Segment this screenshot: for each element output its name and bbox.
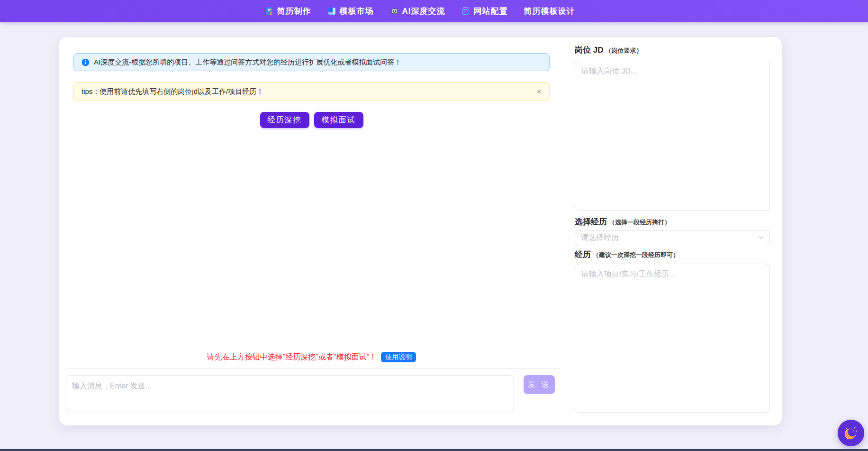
- chat-divider: [65, 368, 560, 369]
- robot-icon: [390, 7, 399, 16]
- info-icon: [81, 58, 90, 66]
- chevron-down-icon: [758, 235, 764, 240]
- moon-icon: [838, 420, 864, 446]
- top-navbar: 简历制作 模板市场 AI深度交流 网站配置 简历模板设计: [0, 0, 868, 22]
- resume-icon: [265, 7, 274, 16]
- nav-item-label: AI深度交流: [402, 6, 445, 17]
- select-experience-title: 选择经历: [575, 216, 607, 227]
- hint-text: 请先在上方按钮中选择"经历深挖"或者"模拟面试"！: [207, 352, 377, 362]
- experience-select-placeholder: 请选择经历: [581, 233, 619, 243]
- nav-item-ai-chat[interactable]: AI深度交流: [390, 6, 445, 17]
- nav-items: 简历制作 模板市场 AI深度交流 网站配置 简历模板设计: [265, 6, 575, 17]
- jd-subtitle: （岗位要求）: [605, 46, 642, 55]
- main-card: AI深度交流-根据您所填的项目、工作等通过问答方式对您的经历进行扩展优化或者模拟…: [59, 37, 782, 425]
- nav-item-label: 简历制作: [277, 6, 311, 17]
- dark-mode-toggle-button[interactable]: [838, 420, 864, 446]
- jd-label: 岗位 JD （岗位要求）: [575, 45, 642, 55]
- send-button[interactable]: 发 送: [524, 375, 555, 394]
- jd-input[interactable]: [575, 61, 770, 211]
- nav-item-resume-builder[interactable]: 简历制作: [265, 6, 311, 17]
- experience-label: 经历 （建议一次深挖一段经历即可）: [575, 249, 679, 260]
- experience-subtitle: （建议一次深挖一段经历即可）: [593, 251, 679, 259]
- message-input[interactable]: [65, 375, 514, 412]
- deep-dig-button[interactable]: 经历深挖: [260, 112, 309, 128]
- nav-item-label: 网站配置: [474, 6, 508, 17]
- bottom-edge-strip: [0, 449, 868, 451]
- info-banner-text: AI深度交流-根据您所填的项目、工作等通过问答方式对您的经历进行扩展优化或者模拟…: [94, 58, 401, 67]
- nav-item-label: 简历模板设计: [524, 6, 575, 17]
- tips-banner-text: tips：使用前请优先填写右侧的岗位jd以及工作/项目经历！: [81, 87, 263, 96]
- close-icon[interactable]: ×: [536, 87, 542, 96]
- usage-guide-button[interactable]: 使用说明: [381, 352, 416, 362]
- nav-item-template-market[interactable]: 模板市场: [327, 6, 374, 17]
- experience-select[interactable]: 请选择经历: [575, 230, 770, 245]
- template-icon: [327, 7, 336, 16]
- mock-interview-button[interactable]: 模拟面试: [314, 112, 363, 128]
- action-button-row: 经历深挖 模拟面试: [73, 112, 550, 128]
- tips-banner: tips：使用前请优先填写右侧的岗位jd以及工作/项目经历！ ×: [73, 82, 550, 101]
- nav-item-label: 模板市场: [340, 6, 374, 17]
- info-banner: AI深度交流-根据您所填的项目、工作等通过问答方式对您的经历进行扩展优化或者模拟…: [73, 53, 550, 71]
- experience-title: 经历: [575, 249, 591, 260]
- hint-row: 请先在上方按钮中选择"经历深挖"或者"模拟面试"！ 使用说明: [73, 352, 550, 362]
- jd-title: 岗位 JD: [575, 45, 603, 55]
- nav-item-site-config[interactable]: 网站配置: [461, 6, 508, 17]
- config-icon: [461, 7, 470, 16]
- nav-item-template-design[interactable]: 简历模板设计: [524, 6, 575, 17]
- select-experience-label: 选择经历 （选择一段经历拷打）: [575, 216, 670, 227]
- select-experience-subtitle: （选择一段经历拷打）: [609, 218, 670, 227]
- experience-input[interactable]: [575, 264, 770, 413]
